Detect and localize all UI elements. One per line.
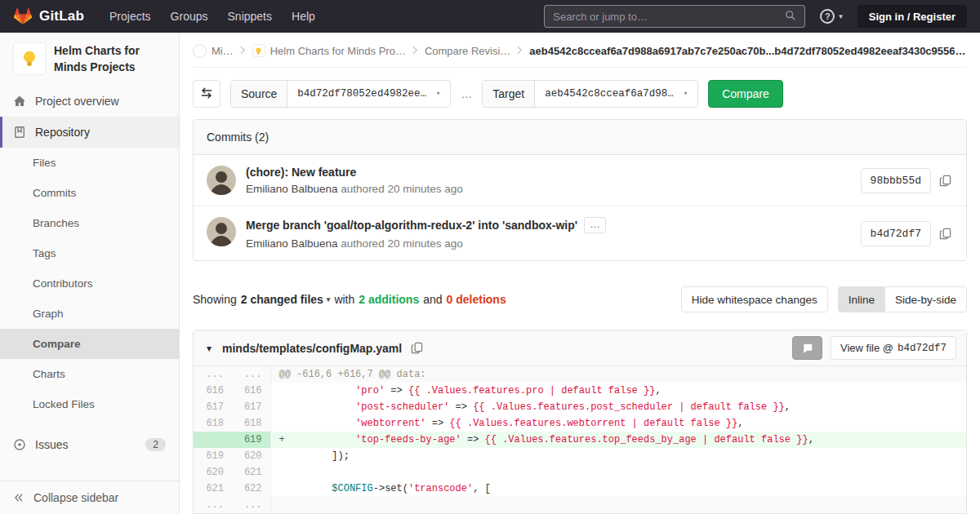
diff-line-number-new[interactable]: 616 bbox=[232, 383, 270, 399]
commit-title-text: (chore): New feature bbox=[246, 166, 356, 179]
chevron-down-icon: ▾ bbox=[436, 91, 440, 98]
sidebar-item-repository[interactable]: Repository bbox=[0, 117, 179, 148]
sidebar-subitem-contributors[interactable]: Contributors bbox=[0, 268, 179, 299]
diff-summary-bar: Showing 2 changed files ▾ with 2 additio… bbox=[193, 286, 967, 312]
breadcrumb-compare-revisions[interactable]: Compare Revisi… bbox=[425, 45, 510, 57]
diff-line-content: 'post-scheduler' => {{ .Values.features.… bbox=[270, 399, 966, 415]
sidebar-subitem-locked-files[interactable]: Locked Files bbox=[0, 389, 179, 419]
compare-button[interactable]: Compare bbox=[708, 80, 783, 108]
hide-whitespace-button[interactable]: Hide whitespace changes bbox=[681, 286, 828, 312]
commit-author-link[interactable]: Emiliano Balbuena bbox=[246, 237, 338, 250]
diff-line-number-new[interactable]: 620 bbox=[232, 448, 270, 464]
breadcrumb-project[interactable]: Helm Charts for Minds Pro… bbox=[252, 44, 406, 57]
collapse-sidebar-label: Collapse sidebar bbox=[33, 491, 118, 504]
diff-line-content: $CONFIG->set('transcode', [ bbox=[270, 481, 966, 497]
group-avatar bbox=[193, 44, 207, 58]
side-by-side-view-button[interactable]: Side-by-side bbox=[884, 286, 967, 312]
sidebar-subitem-compare[interactable]: Compare bbox=[0, 329, 179, 359]
sidebar-item-project-overview[interactable]: Project overview bbox=[0, 86, 179, 117]
diff-line-number-old[interactable]: 620 bbox=[194, 464, 232, 481]
commits-panel: Commits (2) (chore): New feature Emilian… bbox=[193, 119, 967, 261]
main-content: Mi… Helm Charts for Minds Pro… Compare R… bbox=[180, 33, 980, 514]
collapse-sidebar-button[interactable]: Collapse sidebar bbox=[0, 481, 179, 514]
sidebar-subitem-files[interactable]: Files bbox=[0, 148, 179, 178]
code-token: 'top-feeds-by-age' bbox=[355, 434, 461, 445]
project-title[interactable]: Helm Charts for Minds Projects bbox=[54, 42, 166, 76]
code-token: {{ .Values.features.top_feeds_by_age | d… bbox=[485, 434, 808, 445]
sidebar-item-label: Issues bbox=[35, 438, 68, 451]
brand-name: GitLab bbox=[39, 8, 84, 24]
source-label: Source bbox=[231, 81, 287, 107]
diff-line-number-old[interactable]: 616 bbox=[194, 383, 232, 399]
diff-line-number-new[interactable]: 618 bbox=[232, 415, 270, 432]
copy-commit-sha-button[interactable] bbox=[938, 173, 953, 188]
sidebar-item-issues[interactable]: Issues 2 bbox=[0, 429, 179, 460]
commit-row: (chore): New feature Emiliano Balbuena a… bbox=[194, 155, 966, 206]
diff-line-number-old[interactable] bbox=[194, 432, 232, 448]
commit-author-link[interactable]: Emiliano Balbuena bbox=[246, 183, 338, 195]
project-avatar[interactable] bbox=[13, 42, 46, 75]
diff-line-content: 'pro' => {{ .Values.features.pro | defau… bbox=[270, 383, 966, 399]
diff-line-number-new[interactable]: ... bbox=[232, 366, 270, 383]
diff-line-number-new[interactable]: ... bbox=[232, 497, 270, 513]
copy-file-path-button[interactable] bbox=[409, 340, 425, 356]
diff-line-content bbox=[270, 464, 966, 481]
view-file-button[interactable]: View file @ b4d72df7 bbox=[831, 336, 956, 360]
sign-in-register-button[interactable]: Sign in / Register bbox=[858, 5, 967, 28]
search-input[interactable] bbox=[553, 11, 785, 23]
changed-files-dropdown[interactable]: 2 changed files ▾ bbox=[241, 293, 331, 306]
breadcrumb-group-label: Mi… bbox=[212, 45, 234, 57]
diff-line-marker bbox=[279, 483, 285, 494]
sidebar-subitem-commits[interactable]: Commits bbox=[0, 178, 179, 208]
diff-row: ......@@ -616,6 +616,7 @@ data: bbox=[194, 366, 966, 383]
diff-line-number-old[interactable]: 618 bbox=[194, 415, 232, 432]
diff-line-number-new[interactable]: 617 bbox=[232, 399, 270, 415]
swap-revisions-button[interactable] bbox=[193, 80, 220, 108]
help-icon: ? bbox=[820, 9, 835, 24]
gitlab-home-link[interactable]: GitLab bbox=[13, 6, 84, 28]
diff-line-number-old[interactable]: 617 bbox=[194, 399, 232, 415]
diff-line-number-old[interactable]: 619 bbox=[194, 448, 232, 464]
commit-authored-time: authored 20 minutes ago bbox=[341, 237, 462, 250]
nav-item-groups[interactable]: Groups bbox=[162, 5, 217, 28]
nav-item-help[interactable]: Help bbox=[283, 5, 324, 28]
sidebar-subitem-graph[interactable]: Graph bbox=[0, 299, 179, 329]
diff-line-number-new[interactable]: 622 bbox=[232, 481, 270, 497]
sidebar-subitem-charts[interactable]: Charts bbox=[0, 359, 179, 389]
commit-author-avatar[interactable] bbox=[207, 217, 236, 246]
chevron-right-icon bbox=[240, 45, 246, 57]
diff-line-number-old[interactable]: ... bbox=[194, 366, 232, 383]
diff-line-number-new[interactable]: 621 bbox=[232, 464, 270, 481]
nav-item-snippets[interactable]: Snippets bbox=[219, 5, 281, 28]
inline-view-button[interactable]: Inline bbox=[838, 286, 885, 312]
target-ref-dropdown[interactable]: aeb4542c8cceaf6a7d98… ▾ bbox=[535, 81, 697, 107]
copy-commit-sha-button[interactable] bbox=[938, 226, 953, 241]
view-file-sha: b4d72df7 bbox=[898, 343, 947, 354]
breadcrumb-group[interactable]: Mi… bbox=[193, 44, 234, 58]
collapse-diff-icon[interactable]: ▾ bbox=[203, 341, 215, 356]
diff-line-number-new[interactable]: 619 bbox=[232, 432, 270, 448]
code-token: , bbox=[737, 418, 743, 429]
toggle-commit-description-button[interactable]: … bbox=[584, 217, 606, 233]
commit-sha: b4d72df7 bbox=[861, 221, 931, 246]
source-ref-dropdown[interactable]: b4d72df78052ed4982ee… ▾ bbox=[287, 81, 450, 107]
sidebar-subitem-tags[interactable]: Tags bbox=[0, 238, 179, 268]
additions-count: 2 additions bbox=[359, 293, 419, 306]
showing-label: Showing bbox=[193, 293, 237, 306]
global-search[interactable] bbox=[544, 5, 805, 28]
ellipsis-icon: … bbox=[590, 218, 600, 230]
diff-line-number-old[interactable]: ... bbox=[194, 497, 232, 513]
with-label: with bbox=[334, 293, 354, 306]
breadcrumb-current-comparison: aeb4542c8cceaf6a7d988a6917ab7c7e250ac70b… bbox=[529, 45, 967, 57]
nav-item-projects[interactable]: Projects bbox=[100, 5, 160, 28]
sidebar-item-label: Repository bbox=[35, 126, 90, 139]
help-dropdown[interactable]: ? ▾ bbox=[815, 6, 848, 27]
sidebar-subitem-branches[interactable]: Branches bbox=[0, 208, 179, 238]
toggle-comments-button[interactable] bbox=[792, 336, 822, 360]
diff-table-body: ......@@ -616,6 +616,7 @@ data:616616 'p… bbox=[194, 366, 966, 513]
commit-title-link[interactable]: (chore): New feature bbox=[246, 166, 463, 179]
commit-title-link[interactable]: Merge branch 'goal/top-algorithm-redux-2… bbox=[246, 219, 577, 232]
commit-author-avatar[interactable] bbox=[207, 166, 236, 195]
diff-file-path[interactable]: minds/templates/configMap.yaml bbox=[222, 342, 402, 355]
diff-line-number-old[interactable]: 621 bbox=[194, 481, 232, 497]
